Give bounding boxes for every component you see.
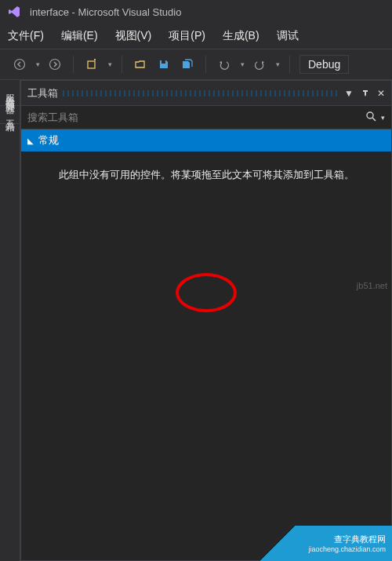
toolbox-body[interactable]: 此组中没有可用的控件。将某项拖至此文本可将其添加到工具箱。: [21, 151, 391, 560]
toolbox-empty-message: 此组中没有可用的控件。将某项拖至此文本可将其添加到工具箱。: [29, 166, 383, 184]
content-area: 服务器资源管理器 工具箱 工具箱 ▼ ✕ ▾ ◣: [0, 80, 392, 561]
toolbox-search-row: ▾: [21, 106, 391, 129]
svg-rect-3: [162, 60, 165, 64]
redo-button[interactable]: [251, 56, 268, 73]
watermark-banner-line1: 查字典教程网: [334, 534, 386, 545]
toolbar-separator: [122, 56, 122, 73]
section-label: 常规: [38, 133, 59, 148]
panel-pin-icon[interactable]: [361, 88, 369, 99]
watermark-banner: 查字典教程网 jiaocheng.chazidian.com: [251, 526, 392, 561]
menu-bar: 文件(F) 编辑(E) 视图(V) 项目(P) 生成(B) 调试: [0, 24, 392, 49]
undo-dropdown[interactable]: ▾: [239, 60, 245, 68]
nav-forward-button[interactable]: [46, 56, 64, 73]
svg-point-1: [50, 60, 60, 70]
svg-point-4: [367, 112, 373, 118]
search-icon[interactable]: [365, 111, 376, 124]
new-item-dropdown[interactable]: ▾: [107, 60, 112, 68]
collapse-triangle-icon: ◣: [27, 137, 34, 145]
menu-project[interactable]: 项目(P): [169, 29, 205, 43]
menu-edit[interactable]: 编辑(E): [61, 29, 98, 43]
toolbox-search-input[interactable]: [27, 111, 365, 123]
toolbox-section-general[interactable]: ◣ 常规: [21, 129, 391, 151]
toolbox-panel: 工具箱 ▼ ✕ ▾ ◣ 常规 此组中没有可用的控件: [20, 80, 392, 561]
toolbox-panel-title: 工具箱: [27, 86, 58, 100]
panel-header-decoration: [63, 90, 338, 97]
main-toolbar: ▾ ▾ ▾ ▾ Debug: [0, 49, 392, 80]
new-item-button[interactable]: [83, 56, 100, 73]
save-button[interactable]: [155, 56, 172, 73]
toolbar-separator: [289, 56, 290, 73]
menu-file[interactable]: 文件(F): [8, 29, 44, 43]
svg-rect-2: [88, 61, 95, 68]
watermark-text: jb51.net: [357, 281, 387, 290]
watermark-banner-line2: jiaocheng.chazidian.com: [308, 545, 386, 553]
panel-dropdown-icon[interactable]: ▼: [344, 88, 354, 99]
vs-logo-icon: [6, 4, 22, 20]
menu-debug[interactable]: 调试: [277, 29, 299, 43]
toolbar-separator: [205, 56, 206, 73]
toolbar-separator: [73, 56, 74, 73]
side-tab-strip: 服务器资源管理器 工具箱: [0, 80, 20, 561]
search-dropdown-icon[interactable]: ▾: [381, 114, 385, 122]
window-title: interface - Microsoft Visual Studio: [30, 6, 181, 18]
menu-view[interactable]: 视图(V): [115, 29, 152, 43]
redo-dropdown[interactable]: ▾: [274, 60, 280, 68]
undo-button[interactable]: [216, 56, 233, 73]
open-file-button[interactable]: [132, 56, 149, 73]
title-bar: interface - Microsoft Visual Studio: [0, 0, 392, 24]
annotation-ellipse: [176, 273, 237, 312]
svg-point-0: [15, 60, 25, 70]
panel-close-icon[interactable]: ✕: [377, 88, 385, 99]
configuration-selector[interactable]: Debug: [299, 55, 349, 74]
save-all-button[interactable]: [179, 56, 196, 73]
toolbox-panel-header: 工具箱 ▼ ✕: [21, 81, 391, 106]
menu-build[interactable]: 生成(B): [223, 29, 260, 43]
side-tab-toolbox[interactable]: 工具箱: [0, 106, 20, 124]
side-tab-server-explorer[interactable]: 服务器资源管理器: [0, 80, 20, 106]
nav-back-dropdown[interactable]: ▾: [34, 60, 40, 68]
nav-back-button[interactable]: [11, 56, 28, 73]
